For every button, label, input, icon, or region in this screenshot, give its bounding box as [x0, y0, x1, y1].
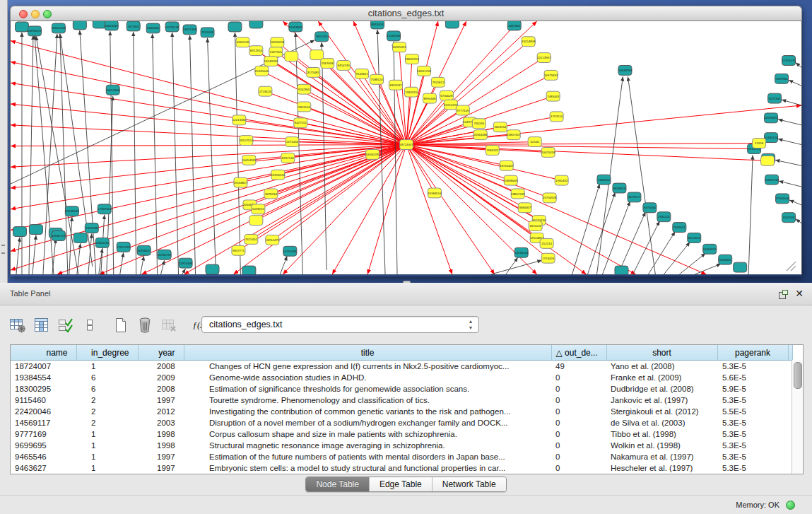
graph-node[interactable]: 7625402 — [245, 234, 258, 244]
graph-node[interactable] — [445, 21, 459, 28]
graph-node[interactable]: 16782759 — [158, 250, 172, 259]
network-graph[interactable]: 1872400724935572206914061065326713276026… — [11, 21, 801, 274]
graph-node[interactable]: 8427552 — [294, 118, 307, 128]
window-titlebar[interactable]: citations_edges.txt — [10, 6, 802, 21]
graph-node[interactable]: 16914479 — [266, 235, 280, 245]
close-panel-icon[interactable]: ✕ — [795, 287, 804, 300]
graph-node[interactable]: 15218506 — [387, 31, 401, 41]
graph-node[interactable]: 1753426 — [541, 253, 555, 263]
graph-node[interactable]: 9327505 — [269, 47, 283, 57]
graph-node[interactable] — [206, 264, 219, 274]
graph-node[interactable]: 13942757 — [52, 231, 66, 241]
graph-node[interactable]: 10654112 — [703, 244, 717, 254]
table-row[interactable]: 911546021997Tourette syndrome. Phenomeno… — [11, 395, 792, 406]
graph-node[interactable]: 1640954 — [597, 175, 611, 185]
graph-node[interactable]: 1797510 — [550, 112, 563, 122]
scrollbar-thumb[interactable] — [794, 362, 802, 389]
graph-node[interactable]: 20053346 — [106, 85, 120, 95]
graph-node[interactable]: 1167533 — [782, 213, 796, 223]
table-row[interactable]: 969969511998Structural magnetic resonanc… — [11, 440, 792, 451]
graph-node[interactable]: 62160 — [528, 137, 541, 147]
graph-node[interactable]: 8160128 — [236, 37, 249, 47]
graph-node[interactable]: 252214 — [540, 238, 553, 248]
row-options-icon[interactable] — [79, 314, 100, 337]
graph-node[interactable]: 3175685 — [307, 67, 320, 77]
graph-node[interactable]: 16154808 — [522, 37, 536, 47]
column-header-in-degree[interactable]: in_degree — [76, 345, 138, 361]
graph-node[interactable]: 2803144 — [298, 102, 311, 112]
graph-node[interactable]: 13505135 — [95, 238, 110, 247]
graph-node[interactable]: 3678334 — [264, 189, 278, 199]
graph-node[interactable]: 18107552 — [240, 136, 254, 146]
graph-node[interactable]: 10653267 — [105, 21, 119, 30]
graph-node[interactable]: 10654985 — [242, 155, 257, 165]
graph-node[interactable]: 17016504 — [775, 194, 789, 204]
graph-node[interactable]: 22420046 — [255, 66, 269, 76]
graph-node[interactable]: 10973493 — [544, 70, 558, 80]
graph-node[interactable]: 16543982 — [264, 57, 278, 66]
graph-node[interactable]: 3624554 — [493, 122, 507, 132]
minimize-button[interactable] — [31, 10, 40, 18]
graph-node[interactable]: 8990448 — [423, 93, 436, 103]
graph-node[interactable]: 9857771 — [232, 245, 245, 255]
network-canvas[interactable]: 1872400724935572206914061065326713276026… — [10, 21, 802, 275]
graph-node[interactable]: 9777169 — [456, 105, 469, 115]
graph-node[interactable]: 746266 — [472, 119, 486, 129]
graph-node[interactable]: 1471004 — [286, 137, 299, 147]
table-row[interactable]: 1830029562008Estimation of significance … — [11, 383, 792, 395]
graph-node[interactable]: 18353594 — [271, 170, 286, 180]
graph-node[interactable]: 6734028 — [440, 90, 453, 100]
zoom-button[interactable] — [43, 10, 52, 18]
table-row[interactable]: 1938455462009Genome-wide association stu… — [11, 372, 792, 383]
network-view-window[interactable]: citations_edges.txt 18724007249355722069… — [10, 6, 802, 276]
graph-node[interactable]: 16648784 — [618, 65, 632, 75]
graph-node[interactable]: 8267130 — [281, 153, 295, 163]
column-header-out-degree[interactable]: △ out_de... — [551, 345, 606, 361]
graph-node[interactable]: 14671358 — [183, 25, 197, 35]
graph-node[interactable] — [228, 22, 242, 32]
graph-node[interactable]: 8938923 — [613, 183, 626, 193]
graph-node[interactable]: 7857224 — [315, 32, 329, 42]
table-row[interactable]: 2242004622012Investigating the contribut… — [11, 406, 792, 417]
graph-node[interactable] — [285, 52, 298, 62]
close-button[interactable] — [19, 10, 28, 18]
graph-node[interactable] — [29, 225, 42, 235]
float-panel-icon[interactable] — [779, 289, 788, 298]
graph-node[interactable]: 15892931 — [765, 175, 779, 185]
graph-node[interactable]: 9474444 — [643, 203, 657, 213]
edge-grip-icon[interactable] — [1, 245, 5, 254]
graph-node[interactable]: 15751074 — [782, 56, 796, 66]
graph-node[interactable]: 6466160 — [146, 23, 160, 33]
graph-node[interactable]: 16961758 — [417, 66, 431, 76]
graph-node[interactable]: 15958 — [753, 139, 766, 148]
graph-node[interactable]: 9397588 — [85, 223, 98, 233]
graph-node[interactable]: 8454749 — [337, 61, 351, 71]
vertical-scrollbar[interactable] — [792, 360, 803, 474]
graph-node[interactable]: 6679197 — [628, 192, 641, 202]
column-header-year[interactable]: year — [138, 345, 184, 361]
graph-node[interactable]: 2367608 — [321, 59, 334, 69]
graph-node[interactable]: 12213967 — [537, 53, 551, 63]
graph-node[interactable] — [242, 266, 256, 274]
graph-node[interactable]: 10807457 — [507, 130, 521, 140]
show-selected-columns-icon[interactable] — [31, 314, 52, 337]
graph-node[interactable] — [249, 21, 263, 28]
graph-node[interactable]: 16958107 — [137, 245, 151, 255]
graph-node[interactable] — [310, 50, 324, 60]
graph-node[interactable]: 12213382 — [233, 115, 247, 125]
table-selector-combobox[interactable]: citations_edges.txt ▲▼ — [201, 316, 479, 333]
select-all-rows-icon[interactable] — [55, 314, 76, 337]
graph-node[interactable]: 20564486 — [473, 130, 488, 140]
graph-node[interactable]: 8322037 — [389, 80, 403, 90]
table-settings-icon[interactable] — [7, 314, 28, 337]
graph-node[interactable]: 18720407 — [500, 160, 514, 170]
graph-node[interactable]: 17359924 — [98, 204, 112, 214]
graph-node[interactable]: 9242845 — [298, 84, 311, 94]
table-row[interactable]: 946554611997Estimation of the future num… — [11, 451, 792, 462]
graph-node[interactable]: 9227342 — [768, 93, 782, 103]
graph-node[interactable]: 8912954 — [249, 46, 263, 56]
graph-node[interactable]: 5498222 — [252, 204, 265, 214]
graph-node[interactable]: 19756928 — [543, 193, 557, 203]
graph-node[interactable]: 20691406 — [52, 23, 66, 33]
graph-node[interactable]: 9245652 — [719, 255, 732, 264]
